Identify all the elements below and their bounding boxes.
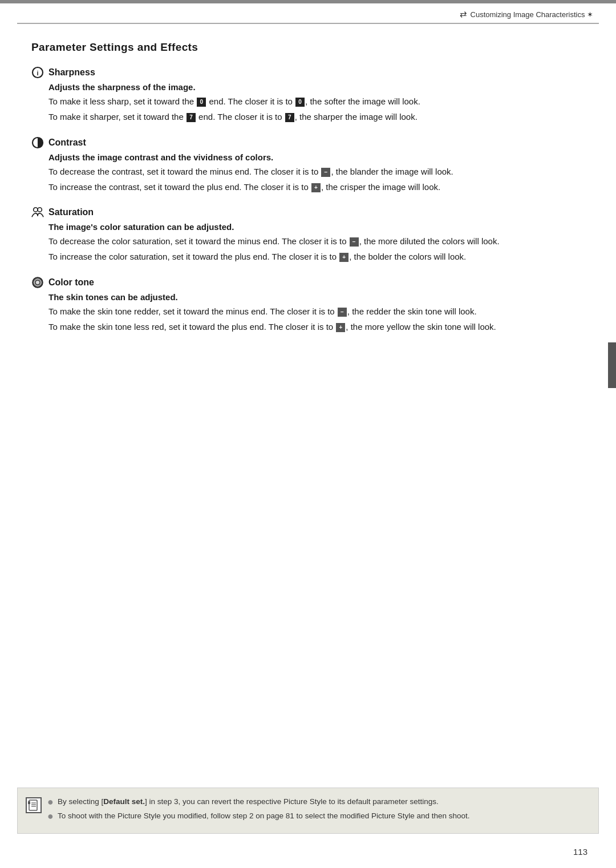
- saturation-icon: [31, 206, 44, 219]
- icon-seven-1: 7: [187, 113, 196, 122]
- contrast-para-1: To decrease the contrast, set it toward …: [48, 165, 585, 178]
- section-color-tone-header: Color tone: [31, 276, 585, 289]
- sharpness-icon: i: [31, 66, 44, 79]
- bullet-dot-1: ●: [47, 796, 54, 809]
- page-title: Parameter Settings and Effects: [31, 41, 585, 54]
- icon-plus-2: +: [339, 253, 348, 262]
- icon-minus-1: −: [321, 168, 330, 177]
- note-bullet-2-text: To shoot with the Picture Style you modi…: [58, 810, 470, 822]
- svg-point-3: [34, 208, 38, 212]
- contrast-icon: [31, 136, 44, 149]
- section-color-tone: Color tone The skin tones can be adjuste…: [31, 276, 585, 334]
- sharpness-subtitle: Adjusts the sharpness of the image.: [48, 82, 585, 92]
- color-tone-subtitle: The skin tones can be adjusted.: [48, 292, 585, 302]
- saturation-body: To decrease the color saturation, set it…: [48, 235, 585, 264]
- main-content: Parameter Settings and Effects i Sharpne…: [0, 24, 616, 363]
- note-bullet-1-text: By selecting [Default set.] in step 3, y…: [58, 796, 439, 808]
- sharpness-label: Sharpness: [48, 67, 95, 78]
- contrast-label: Contrast: [48, 138, 86, 148]
- svg-point-7: [36, 281, 39, 284]
- sharpness-para-2: To make it sharper, set it toward the 7 …: [48, 110, 585, 123]
- color-tone-label: Color tone: [48, 277, 94, 288]
- icon-seven-2: 7: [285, 113, 294, 122]
- icon-minus-2: −: [350, 237, 359, 247]
- page-header: ⇄ Customizing Image Characteristics ✶: [0, 3, 616, 23]
- section-contrast: Contrast Adjusts the image contrast and …: [31, 136, 585, 194]
- svg-rect-8: [29, 800, 37, 810]
- header-icon: ⇄: [460, 9, 467, 19]
- note-box: ● By selecting [Default set.] in step 3,…: [17, 788, 599, 834]
- header-title: Customizing Image Characteristics ✶: [471, 10, 593, 19]
- page-number: 113: [573, 847, 587, 857]
- color-tone-para-1: To make the skin tone redder, set it tow…: [48, 305, 585, 318]
- icon-zero-1: 0: [197, 98, 206, 107]
- svg-rect-9: [28, 801, 30, 804]
- contrast-subtitle: Adjusts the image contrast and the vivid…: [48, 152, 585, 162]
- svg-point-4: [38, 208, 42, 212]
- note-bullet-2: ● To shoot with the Picture Style you mo…: [47, 810, 470, 823]
- sharpness-body: To make it less sharp, set it toward the…: [48, 95, 585, 124]
- color-tone-para-2: To make the skin tone less red, set it t…: [48, 320, 585, 333]
- color-tone-icon: [31, 276, 44, 289]
- section-sharpness: i Sharpness Adjusts the sharpness of the…: [31, 66, 585, 124]
- icon-minus-3: −: [338, 308, 347, 317]
- icon-plus-1: +: [311, 183, 321, 192]
- bullet-dot-2: ●: [47, 810, 54, 823]
- note-icon: [26, 797, 42, 813]
- icon-zero-2: 0: [295, 98, 305, 107]
- saturation-para-2: To increase the color saturation, set it…: [48, 250, 585, 263]
- icon-plus-3: +: [336, 323, 345, 332]
- note-content: ● By selecting [Default set.] in step 3,…: [47, 796, 470, 825]
- color-tone-body: To make the skin tone redder, set it tow…: [48, 305, 585, 334]
- saturation-subtitle: The image's color saturation can be adju…: [48, 222, 585, 232]
- section-sharpness-header: i Sharpness: [31, 66, 585, 79]
- svg-text:i: i: [37, 70, 38, 76]
- contrast-para-2: To increase the contrast, set it toward …: [48, 180, 585, 193]
- right-thumb-tab: [608, 342, 616, 388]
- contrast-body: To decrease the contrast, set it toward …: [48, 165, 585, 194]
- note-bullet-1: ● By selecting [Default set.] in step 3,…: [47, 796, 470, 809]
- saturation-label: Saturation: [48, 207, 94, 217]
- section-saturation-header: Saturation: [31, 206, 585, 219]
- section-contrast-header: Contrast: [31, 136, 585, 149]
- section-saturation: Saturation The image's color saturation …: [31, 206, 585, 264]
- saturation-para-1: To decrease the color saturation, set it…: [48, 235, 585, 248]
- sharpness-para-1: To make it less sharp, set it toward the…: [48, 95, 585, 108]
